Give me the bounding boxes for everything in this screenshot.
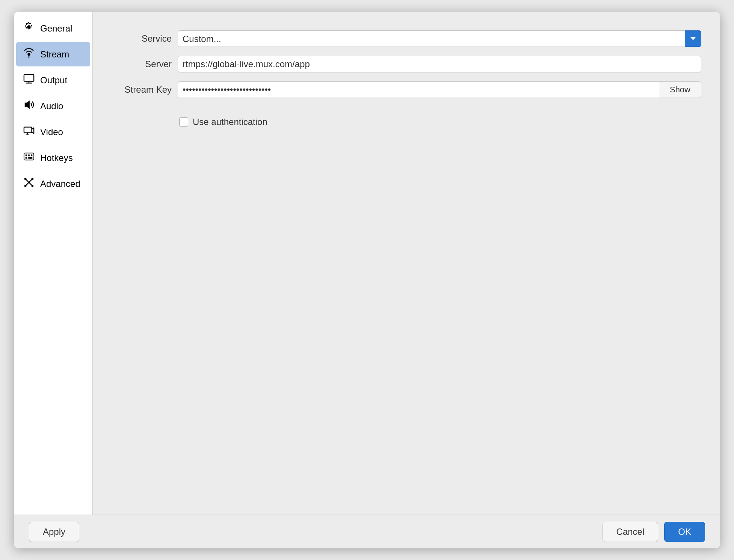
service-row: Service Custom...: [112, 30, 701, 47]
service-label: Service: [112, 33, 172, 44]
auth-section: Use authentication: [179, 117, 701, 127]
form-section: Service Custom... Server Stream Key: [112, 30, 701, 98]
server-row: Server: [112, 56, 701, 72]
sidebar-item-general[interactable]: General: [16, 16, 90, 41]
svg-rect-10: [26, 154, 27, 156]
video-icon: [22, 125, 36, 139]
bottom-bar: Apply Cancel OK: [14, 515, 720, 548]
stream-key-input[interactable]: [178, 81, 659, 98]
sidebar-item-video[interactable]: Video: [16, 120, 90, 144]
sidebar-item-audio[interactable]: Audio: [16, 94, 90, 118]
sidebar-item-hotkeys-label: Hotkeys: [40, 153, 73, 163]
svg-rect-6: [24, 127, 32, 133]
service-select-wrapper: Custom...: [178, 30, 701, 47]
svg-point-21: [24, 185, 27, 187]
svg-rect-15: [31, 157, 33, 159]
main-content: Service Custom... Server Stream Key: [93, 12, 720, 515]
svg-rect-9: [24, 153, 34, 160]
sidebar-item-general-label: General: [40, 23, 72, 34]
auth-checkbox[interactable]: [179, 117, 188, 126]
stream-key-row: Stream Key Show: [112, 81, 701, 98]
bottom-left: Apply: [29, 522, 79, 542]
svg-point-20: [32, 178, 34, 180]
stream-key-wrapper: Show: [178, 81, 701, 98]
advanced-icon: [22, 177, 36, 191]
dialog-body: General Stream: [14, 12, 720, 515]
bottom-right: Cancel OK: [603, 522, 705, 542]
sidebar: General Stream: [14, 12, 93, 515]
stream-key-label: Stream Key: [112, 84, 172, 95]
settings-dialog: General Stream: [14, 12, 720, 548]
apply-button[interactable]: Apply: [29, 522, 79, 542]
server-input[interactable]: [178, 56, 701, 72]
sidebar-item-advanced[interactable]: Advanced: [16, 172, 90, 196]
hotkeys-icon: [22, 151, 36, 165]
ok-button[interactable]: OK: [664, 522, 705, 542]
sidebar-item-hotkeys[interactable]: Hotkeys: [16, 146, 90, 170]
output-icon: [22, 73, 36, 87]
sidebar-item-stream[interactable]: Stream: [16, 42, 90, 66]
svg-point-19: [32, 185, 34, 187]
service-dropdown-arrow[interactable]: [685, 30, 701, 47]
sidebar-item-output-label: Output: [40, 75, 67, 86]
service-select[interactable]: Custom...: [178, 30, 701, 47]
audio-icon: [22, 99, 36, 113]
stream-icon: [22, 47, 36, 61]
show-button[interactable]: Show: [659, 81, 701, 98]
cancel-button[interactable]: Cancel: [603, 522, 658, 542]
gear-icon: [22, 21, 36, 35]
svg-rect-12: [31, 154, 33, 156]
server-label: Server: [112, 59, 172, 69]
sidebar-item-output[interactable]: Output: [16, 68, 90, 92]
svg-rect-11: [28, 154, 30, 156]
sidebar-item-audio-label: Audio: [40, 101, 63, 111]
svg-rect-13: [26, 157, 27, 159]
auth-label[interactable]: Use authentication: [193, 117, 267, 127]
sidebar-item-video-label: Video: [40, 127, 63, 137]
svg-marker-5: [25, 101, 30, 109]
svg-rect-14: [28, 157, 31, 159]
sidebar-item-stream-label: Stream: [40, 49, 69, 60]
svg-point-18: [24, 178, 27, 180]
svg-rect-2: [24, 75, 34, 81]
sidebar-item-advanced-label: Advanced: [40, 179, 80, 189]
